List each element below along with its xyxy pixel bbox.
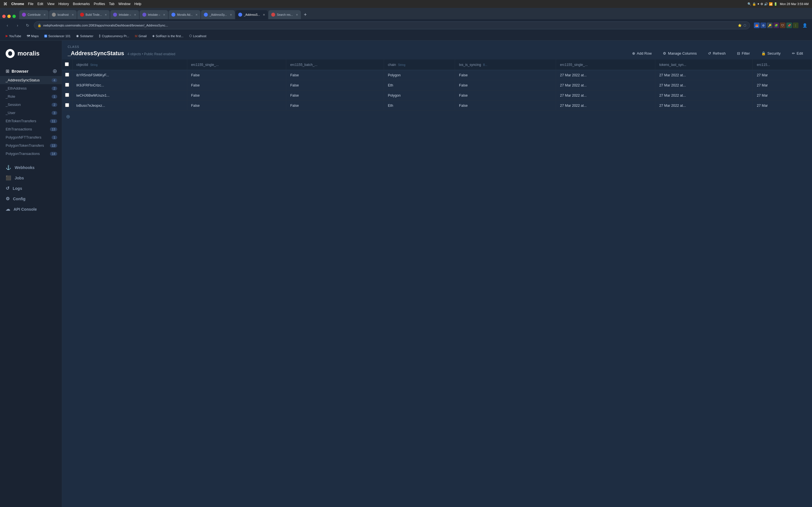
menu-profiles[interactable]: Profiles bbox=[94, 2, 105, 6]
row-0-select[interactable] bbox=[65, 73, 69, 76]
jobs-nav[interactable]: ⬛ Jobs bbox=[0, 173, 62, 183]
bookmark-solrazr[interactable]: ◈ SolRazr is the first... bbox=[150, 34, 186, 38]
url-bar[interactable]: 🔒 xwbphuebnqto.usemoralis.com:2083/apps/… bbox=[34, 21, 750, 29]
tab-close-contrib[interactable]: ✕ bbox=[43, 13, 46, 16]
profile-button[interactable]: 👤 bbox=[801, 21, 809, 29]
add-row-bottom-button[interactable]: ⊕ bbox=[62, 111, 812, 122]
row-2-tokens-last-syn: 27 Mar 2022 at... bbox=[655, 91, 753, 101]
menu-edit[interactable]: Edit bbox=[38, 2, 43, 6]
row-3-select[interactable] bbox=[65, 103, 69, 107]
logs-icon: ↺ bbox=[6, 186, 9, 191]
filter-button[interactable]: ⊟ Filter bbox=[733, 50, 753, 57]
sidebar-item--user[interactable]: _User 3 bbox=[0, 109, 62, 117]
menu-window[interactable]: Window bbox=[118, 2, 131, 6]
apple-menu[interactable]: ⌘ bbox=[3, 2, 7, 6]
config-nav[interactable]: ⚙ Config bbox=[0, 193, 62, 204]
tab-close-letsdate2[interactable]: ✕ bbox=[163, 13, 165, 16]
refresh-button[interactable]: ↺ Refresh bbox=[705, 50, 729, 57]
ext-metamask[interactable]: 🦊 bbox=[754, 22, 760, 28]
tab-localhost[interactable]: localhost ✕ bbox=[49, 10, 77, 19]
sidebar-item-polygontokentransfers[interactable]: PolygonTokenTransfers 13 bbox=[0, 142, 62, 150]
bookmark-sociolancer-label: Sociolancer 101 bbox=[48, 34, 70, 38]
tab-build[interactable]: Build Tinde... ✕ bbox=[77, 10, 110, 19]
ext-icon-5[interactable]: 📌 bbox=[786, 22, 792, 28]
bookmark-solstarter[interactable]: ◉ Solstarter bbox=[74, 34, 96, 38]
ext-icon-2[interactable]: 🔑 bbox=[767, 22, 772, 28]
tab-close-search[interactable]: ✕ bbox=[296, 13, 298, 16]
api-console-icon: ☁ bbox=[6, 207, 10, 212]
bookmark-youtube[interactable]: ▶ YouTube bbox=[3, 34, 23, 38]
window-minimize[interactable] bbox=[7, 15, 11, 18]
bookmark-gmail[interactable]: M Gmail bbox=[133, 34, 149, 38]
add-row-button[interactable]: ⊕ Add Row bbox=[629, 50, 655, 57]
select-all-checkbox[interactable] bbox=[65, 62, 69, 66]
window-maximize[interactable] bbox=[12, 15, 16, 18]
security-button[interactable]: 🔒 Security bbox=[758, 50, 784, 57]
tab-close-address1[interactable]: ✕ bbox=[230, 13, 232, 16]
tab-address2[interactable]: _AddressS... ✕ bbox=[236, 10, 268, 19]
row-1-chain: Eth bbox=[384, 80, 455, 91]
forward-button[interactable]: › bbox=[13, 21, 21, 29]
tab-search[interactable]: Search res... ✕ bbox=[268, 10, 301, 19]
edit-button[interactable]: ✏ Edit bbox=[789, 50, 806, 57]
ext-icon-1[interactable]: ⚙ bbox=[760, 22, 766, 28]
config-icon: ⚙ bbox=[6, 196, 10, 202]
ext-icon-3[interactable]: 🧩 bbox=[773, 22, 779, 28]
api-console-nav[interactable]: ☁ API Console bbox=[0, 204, 62, 214]
ext-icon-6[interactable]: ⋮ bbox=[793, 22, 799, 28]
data-table: objectId String erc1155_single_... erc11… bbox=[62, 59, 812, 111]
table-row[interactable]: txBuso7eJeopxz... False False Eth False … bbox=[62, 101, 812, 111]
table-row[interactable]: ibYR5mbFSM6KyF... False False Polygon Fa… bbox=[62, 70, 812, 80]
table-row[interactable]: iwCHJ6BwWUuzx1... False False Polygon Fa… bbox=[62, 91, 812, 101]
main-content: CLASS _AddressSyncStatus 4 objects • Pub… bbox=[62, 41, 812, 507]
menu-view[interactable]: View bbox=[47, 2, 54, 6]
sidebar-item--addresssyncstatus[interactable]: _AddressSyncStatus 4 bbox=[0, 76, 62, 84]
row-3-erc1155-single: False bbox=[187, 101, 286, 111]
class-header: CLASS _AddressSyncStatus 4 objects • Pub… bbox=[62, 41, 812, 59]
tab-close-letsdate1[interactable]: ✕ bbox=[134, 13, 136, 16]
row-1-txs-syncing: False bbox=[455, 80, 556, 91]
tab-close-address2[interactable]: ✕ bbox=[263, 13, 265, 16]
sidebar-item-polygonnfttransfers[interactable]: PolygonNFTTransfers 1 bbox=[0, 133, 62, 142]
logs-nav[interactable]: ↺ Logs bbox=[0, 183, 62, 193]
sidebar-item--role[interactable]: _Role 1 bbox=[0, 93, 62, 101]
sidebar-item--session[interactable]: _Session 2 bbox=[0, 101, 62, 109]
bookmark-maps[interactable]: 🗺 Maps bbox=[24, 34, 41, 38]
menu-tab[interactable]: Tab bbox=[109, 2, 114, 6]
row-2-select[interactable] bbox=[65, 93, 69, 97]
reload-button[interactable]: ↻ bbox=[24, 21, 32, 29]
table-row[interactable]: IK9JFRFtnCrlzc... False False Eth False … bbox=[62, 80, 812, 91]
manage-columns-button[interactable]: ⚙ Manage Columns bbox=[659, 50, 700, 57]
menu-bookmarks[interactable]: Bookmarks bbox=[73, 2, 90, 6]
tab-close-build[interactable]: ✕ bbox=[105, 13, 107, 16]
browser-label: Browser bbox=[11, 69, 29, 73]
tab-letsdate2[interactable]: letsdate – ✕ bbox=[140, 10, 168, 19]
menu-help[interactable]: Help bbox=[135, 2, 142, 6]
sidebar-item-ethtransactions[interactable]: EthTransactions 13 bbox=[0, 125, 62, 133]
tab-close-moralis[interactable]: ✕ bbox=[195, 13, 198, 16]
new-tab-button[interactable]: + bbox=[301, 11, 309, 18]
sidebar-item-ethtokentransfers[interactable]: EthTokenTransfers 11 bbox=[0, 117, 62, 125]
menu-file[interactable]: File bbox=[28, 2, 33, 6]
tab-letsdate1[interactable]: letsdate – ✕ bbox=[110, 10, 139, 19]
bookmark-localhost[interactable]: ⬡ Localhost bbox=[187, 34, 209, 38]
bookmark-sociolancer[interactable]: S Sociolancer 101 bbox=[42, 34, 73, 38]
data-table-container: objectId String erc1155_single_... erc11… bbox=[62, 59, 812, 507]
tab-contrib[interactable]: Contribute ✕ bbox=[19, 10, 49, 19]
app-name[interactable]: Chrome bbox=[11, 2, 24, 6]
webhooks-nav[interactable]: ⚓ Webhooks bbox=[0, 162, 62, 173]
tab-address1[interactable]: _AddressSy... ✕ bbox=[201, 10, 235, 19]
tab-close-localhost[interactable]: ✕ bbox=[71, 13, 74, 16]
tab-moralis[interactable]: Moralis Ad... ✕ bbox=[168, 10, 200, 19]
row-2-objectid: iwCHJ6BwWUuzx1... bbox=[72, 91, 187, 101]
menu-history[interactable]: History bbox=[58, 2, 69, 6]
sidebar-item--ethaddress[interactable]: _EthAddress 2 bbox=[0, 84, 62, 93]
bookmark-crypto[interactable]: ₿ Cryptocurrency Pr... bbox=[97, 34, 132, 38]
row-1-select[interactable] bbox=[65, 83, 69, 87]
ext-icon-4[interactable]: 🛡 bbox=[780, 22, 785, 28]
back-button[interactable]: ‹ bbox=[3, 21, 11, 29]
sidebar-item-polygontransactions[interactable]: PolygonTransactions 14 bbox=[0, 150, 62, 158]
window-close[interactable] bbox=[2, 15, 6, 18]
add-class-button[interactable]: ⊕ bbox=[52, 68, 57, 74]
row-2-erc115: 27 Mar bbox=[753, 91, 812, 101]
